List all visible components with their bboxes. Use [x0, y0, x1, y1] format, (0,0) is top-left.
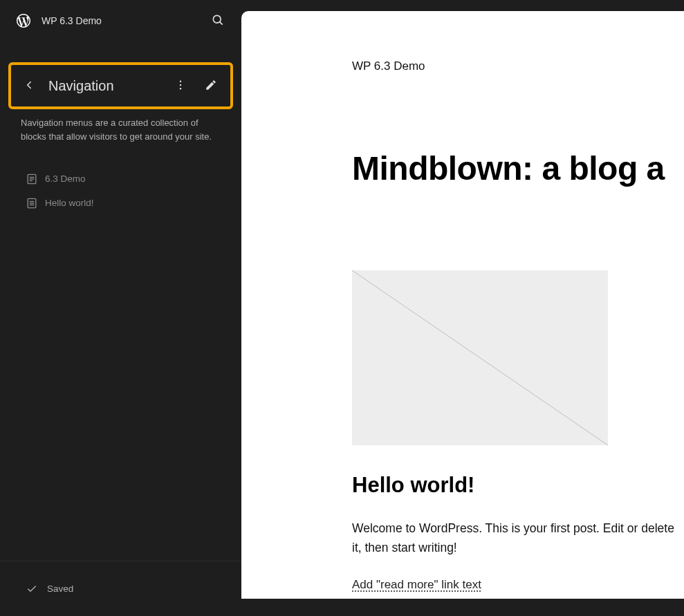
svg-point-3 — [180, 84, 181, 85]
sidebar-top-bar: WP 6.3 Demo — [0, 0, 241, 41]
sidebar: WP 6.3 Demo Navigation — [0, 0, 241, 616]
editor-canvas-wrap: WP 6.3 Demo Mindblown: a blog a Hello wo… — [241, 0, 684, 616]
panel-header-highlight: Navigation — [8, 62, 233, 109]
panel-description: Navigation menus are a curated collectio… — [0, 109, 241, 143]
panel-title: Navigation — [46, 78, 163, 94]
canvas-post-body[interactable]: Welcome to WordPress. This is your first… — [352, 519, 684, 557]
search-button[interactable] — [205, 8, 230, 33]
panel-header: Navigation — [14, 69, 228, 102]
nav-item[interactable]: 6.3 Demo — [7, 167, 234, 191]
sidebar-footer: Saved — [0, 561, 241, 616]
nav-item-label: Hello world! — [45, 198, 94, 208]
image-placeholder[interactable] — [352, 270, 608, 445]
svg-line-13 — [352, 270, 608, 445]
check-icon — [26, 584, 37, 595]
more-options-button[interactable] — [168, 73, 193, 98]
pencil-icon — [205, 79, 217, 93]
more-vertical-icon — [174, 79, 187, 93]
chevron-left-icon — [23, 79, 35, 93]
search-icon — [211, 13, 225, 29]
post-icon — [25, 196, 39, 210]
canvas-page-heading[interactable]: Mindblown: a blog a — [352, 149, 684, 187]
page-icon — [25, 172, 39, 186]
canvas-site-title[interactable]: WP 6.3 Demo — [352, 59, 684, 73]
nav-item-label: 6.3 Demo — [45, 174, 86, 184]
svg-point-0 — [213, 15, 221, 23]
svg-point-2 — [180, 80, 181, 82]
read-more-placeholder[interactable]: Add "read more" link text — [352, 578, 481, 591]
back-button[interactable] — [18, 75, 40, 97]
canvas-post-title[interactable]: Hello world! — [352, 473, 684, 498]
wordpress-logo-icon[interactable] — [15, 12, 32, 29]
saved-status-label: Saved — [47, 584, 73, 594]
svg-line-1 — [220, 21, 223, 24]
editor-canvas[interactable]: WP 6.3 Demo Mindblown: a blog a Hello wo… — [241, 11, 684, 599]
edit-button[interactable] — [198, 73, 223, 98]
site-title: WP 6.3 Demo — [41, 15, 196, 26]
nav-item[interactable]: Hello world! — [7, 191, 234, 215]
svg-point-4 — [180, 88, 181, 89]
navigation-items-list: 6.3 Demo Hello world! — [0, 143, 241, 215]
